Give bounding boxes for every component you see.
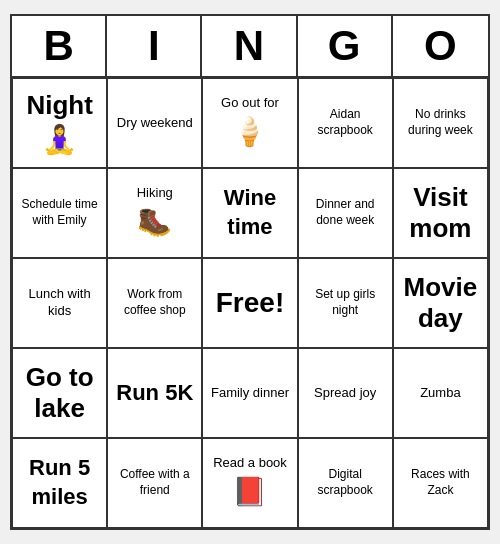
cell-text: Go out for [221, 95, 279, 112]
bingo-letter-b: B [12, 16, 107, 76]
bingo-cell-b2: Schedule time with Emily [12, 168, 107, 258]
cell-text: No drinks during week [398, 107, 483, 138]
bingo-cell-o3: Movie day [393, 258, 488, 348]
cell-text: Wine time [207, 184, 292, 241]
bingo-cell-g3: Set up girls night [298, 258, 393, 348]
cell-text: Schedule time with Emily [17, 197, 102, 228]
bingo-letter-n: N [202, 16, 297, 76]
cell-text: Races with Zack [398, 467, 483, 498]
cell-text: Night [26, 90, 92, 121]
bingo-letter-i: I [107, 16, 202, 76]
bingo-cell-b1: Night🧘‍♀️ [12, 78, 107, 168]
bingo-cell-b3: Lunch with kids [12, 258, 107, 348]
cell-text: Dinner and done week [303, 197, 388, 228]
bingo-cell-o2: Visit mom [393, 168, 488, 258]
cell-text: Hiking [137, 185, 173, 202]
bingo-cell-o4: Zumba [393, 348, 488, 438]
bingo-cell-n3: Free! [202, 258, 297, 348]
cell-text: Dry weekend [117, 115, 193, 132]
bingo-cell-n1: Go out for🍦 [202, 78, 297, 168]
cell-emoji: 🥾 [137, 204, 172, 240]
cell-text: Aidan scrapbook [303, 107, 388, 138]
bingo-cell-o1: No drinks during week [393, 78, 488, 168]
bingo-cell-i4: Run 5K [107, 348, 202, 438]
cell-text: Family dinner [211, 385, 289, 402]
bingo-cell-n4: Family dinner [202, 348, 297, 438]
cell-emoji: 📕 [232, 474, 267, 510]
cell-text: Set up girls night [303, 287, 388, 318]
bingo-cell-g5: Digital scrapbook [298, 438, 393, 528]
bingo-cell-g1: Aidan scrapbook [298, 78, 393, 168]
bingo-letter-o: O [393, 16, 488, 76]
bingo-cell-g2: Dinner and done week [298, 168, 393, 258]
bingo-cell-i1: Dry weekend [107, 78, 202, 168]
bingo-cell-n5: Read a book📕 [202, 438, 297, 528]
cell-text: Go to lake [17, 362, 102, 424]
cell-text: Visit mom [398, 182, 483, 244]
cell-text: Work from coffee shop [112, 287, 197, 318]
bingo-cell-i2: Hiking🥾 [107, 168, 202, 258]
cell-text: Free! [216, 285, 284, 321]
cell-text: Lunch with kids [17, 286, 102, 320]
cell-text: Spread joy [314, 385, 376, 402]
bingo-cell-n2: Wine time [202, 168, 297, 258]
cell-emoji: 🧘‍♀️ [42, 123, 77, 157]
cell-emoji: 🍦 [232, 114, 267, 150]
bingo-card: BINGO Night🧘‍♀️Dry weekendGo out for🍦Aid… [10, 14, 490, 530]
bingo-cell-g4: Spread joy [298, 348, 393, 438]
bingo-header: BINGO [12, 16, 488, 78]
cell-text: Digital scrapbook [303, 467, 388, 498]
bingo-cell-i5: Coffee with a friend [107, 438, 202, 528]
cell-text: Coffee with a friend [112, 467, 197, 498]
bingo-letter-g: G [298, 16, 393, 76]
cell-text: Read a book [213, 455, 287, 472]
cell-text: Zumba [420, 385, 460, 402]
cell-text: Run 5K [116, 379, 193, 408]
bingo-cell-b4: Go to lake [12, 348, 107, 438]
cell-text: Run 5 miles [17, 454, 102, 511]
bingo-cell-i3: Work from coffee shop [107, 258, 202, 348]
bingo-cell-b5: Run 5 miles [12, 438, 107, 528]
bingo-grid: Night🧘‍♀️Dry weekendGo out for🍦Aidan scr… [12, 78, 488, 528]
cell-text: Movie day [398, 272, 483, 334]
bingo-cell-o5: Races with Zack [393, 438, 488, 528]
